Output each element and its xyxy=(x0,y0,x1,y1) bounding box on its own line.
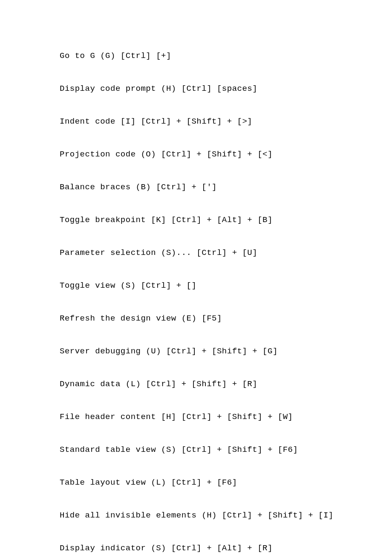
shortcut-line: Standard table view (S) [Ctrl] + [Shift]… xyxy=(60,445,358,454)
shortcut-line: Refresh the design view (E) [F5] xyxy=(60,314,358,323)
shortcut-line: Toggle breakpoint [K] [Ctrl] + [Alt] + [… xyxy=(60,215,358,225)
shortcut-line: Display indicator (S) [Ctrl] + [Alt] + [… xyxy=(60,543,358,553)
shortcut-line: Server debugging (U) [Ctrl] + [Shift] + … xyxy=(60,347,358,356)
shortcut-list: Go to G (G) [Ctrl] [+] Display code prom… xyxy=(60,51,358,553)
shortcut-line: Table layout view (L) [Ctrl] + [F6] xyxy=(60,478,358,487)
shortcut-line: Projection code (O) [Ctrl] + [Shift] + [… xyxy=(60,150,358,159)
shortcut-line: Parameter selection (S)... [Ctrl] + [U] xyxy=(60,248,358,257)
shortcut-line: File header content [H] [Ctrl] + [Shift]… xyxy=(60,412,358,422)
shortcut-line: Indent code [I] [Ctrl] + [Shift] + [>] xyxy=(60,117,358,126)
shortcut-line: Toggle view (S) [Ctrl] + [] xyxy=(60,281,358,290)
shortcut-line: Go to G (G) [Ctrl] [+] xyxy=(60,51,358,61)
shortcut-line: Balance braces (B) [Ctrl] + ['] xyxy=(60,182,358,192)
shortcut-line: Hide all invisible elements (H) [Ctrl] +… xyxy=(60,511,358,520)
shortcut-line: Dynamic data (L) [Ctrl] + [Shift] + [R] xyxy=(60,379,358,389)
shortcut-line: Display code prompt (H) [Ctrl] [spaces] xyxy=(60,84,358,93)
